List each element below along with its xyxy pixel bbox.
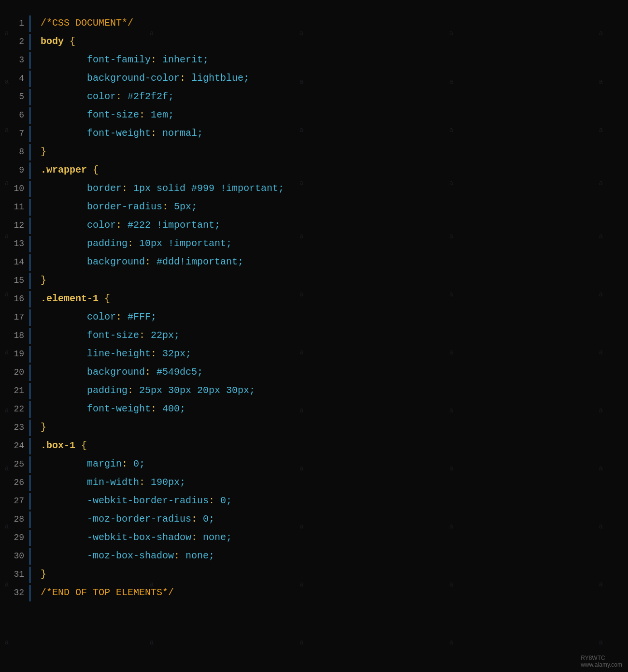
token-punctuation: :: [139, 330, 151, 341]
line-content: padding: 10px !important;: [41, 236, 232, 251]
line-content: /*CSS DOCUMENT*/: [41, 15, 133, 31]
code-line: 9.wrapper {: [0, 161, 628, 180]
token-punctuation: :: [174, 550, 186, 561]
line-content: }: [41, 420, 46, 435]
line-number: 3: [0, 55, 29, 65]
line-content: font-size: 22px;: [41, 328, 180, 343]
token-value: 190px;: [151, 477, 186, 488]
line-number: 16: [0, 294, 29, 304]
line-content: border: 1px solid #999 !important;: [41, 181, 284, 196]
code-line: 5 color: #2f2f2f;: [0, 88, 628, 106]
line-gutter: [29, 438, 31, 454]
token-value: 400;: [162, 403, 186, 414]
token-property: color: [87, 311, 116, 322]
code-line: 26 min-width: 190px;: [0, 474, 628, 492]
line-content: line-height: 32px;: [41, 346, 191, 362]
token-value: 5px;: [174, 201, 197, 212]
token-punctuation: :: [122, 183, 133, 194]
line-gutter: [29, 346, 31, 363]
token-property: color: [87, 91, 116, 102]
token-punctuation: :: [128, 385, 139, 396]
line-number: 6: [0, 110, 29, 120]
token-punctuation: :: [151, 54, 162, 65]
line-content: }: [41, 567, 46, 582]
line-number: 2: [0, 37, 29, 46]
token-property: line-height: [87, 348, 151, 359]
line-gutter: [29, 530, 31, 546]
token-brace: {: [75, 440, 87, 451]
token-value: lightblue;: [191, 73, 249, 84]
token-value: 32px;: [162, 348, 191, 359]
line-content: color: #2f2f2f;: [41, 89, 174, 104]
token-value: 10px !important;: [139, 238, 232, 249]
token-punctuation: :: [122, 458, 133, 469]
editor-container: 1/*CSS DOCUMENT*/2body {3 font-family: i…: [0, 0, 628, 672]
line-number: 7: [0, 129, 29, 138]
token-brace: {: [99, 293, 110, 304]
line-number: 31: [0, 570, 29, 579]
token-property: padding: [87, 238, 128, 249]
token-punctuation: :: [191, 513, 203, 525]
line-number: 30: [0, 551, 29, 561]
token-property: -moz-box-shadow: [87, 550, 174, 561]
line-number: 28: [0, 514, 29, 524]
token-property: min-width: [87, 477, 139, 488]
line-gutter: [29, 236, 31, 252]
line-content: color: #FFF;: [41, 309, 157, 325]
token-value: 0;: [133, 458, 145, 469]
line-gutter: [29, 456, 31, 473]
line-gutter: [29, 511, 31, 528]
line-gutter: [29, 52, 31, 69]
line-gutter: [29, 199, 31, 216]
line-number: 12: [0, 220, 29, 230]
token-brace: {: [64, 36, 75, 47]
token-value: #ddd!important;: [157, 256, 243, 267]
line-content: color: #222 !important;: [41, 218, 220, 233]
line-content: .wrapper {: [41, 162, 99, 178]
token-value: none;: [203, 532, 232, 543]
token-punctuation: :: [151, 348, 162, 359]
token-brace: }: [41, 146, 46, 157]
token-property: color: [87, 219, 116, 231]
line-content: -webkit-border-radius: 0;: [41, 493, 232, 509]
code-line: 11 border-radius: 5px;: [0, 198, 628, 217]
line-gutter: [29, 309, 31, 326]
line-gutter: [29, 126, 31, 142]
token-property: font-size: [87, 109, 139, 120]
token-value: 1em;: [151, 109, 174, 120]
line-gutter: [29, 585, 31, 601]
watermark: a: [449, 638, 453, 646]
code-line: 27 -webkit-border-radius: 0;: [0, 492, 628, 511]
watermark: a: [300, 638, 303, 646]
code-area: 1/*CSS DOCUMENT*/2body {3 font-family: i…: [0, 10, 628, 602]
token-selector: .box-1: [41, 440, 75, 451]
code-line: 4 background-color: lightblue;: [0, 70, 628, 88]
token-value: normal;: [162, 128, 203, 139]
token-punctuation: :: [116, 311, 128, 322]
token-property: background: [87, 366, 145, 378]
line-gutter: [29, 273, 31, 289]
code-line: 17 color: #FFF;: [0, 308, 628, 327]
line-number: 18: [0, 331, 29, 340]
token-property: font-weight: [87, 403, 151, 414]
code-line: 10 border: 1px solid #999 !important;: [0, 180, 628, 198]
token-property: -webkit-box-shadow: [87, 532, 191, 543]
line-content: border-radius: 5px;: [41, 199, 197, 215]
line-gutter: [29, 420, 31, 436]
line-gutter: [29, 15, 31, 32]
token-punctuation: :: [145, 256, 157, 267]
code-line: 7 font-weight: normal;: [0, 125, 628, 143]
token-brace: {: [87, 164, 99, 175]
code-line: 19 line-height: 32px;: [0, 345, 628, 364]
token-punctuation: :: [151, 403, 162, 414]
line-content: font-family: inherit;: [41, 52, 209, 68]
code-line: 15}: [0, 272, 628, 290]
token-punctuation: :: [139, 477, 151, 488]
token-value: #222 !important;: [128, 219, 220, 231]
token-property: font-family: [87, 54, 151, 65]
line-number: 24: [0, 441, 29, 451]
token-value: inherit;: [162, 54, 209, 65]
token-comment: /*END OF TOP ELEMENTS*/: [41, 587, 174, 598]
token-selector: .wrapper: [41, 164, 87, 175]
line-number: 11: [0, 202, 29, 212]
